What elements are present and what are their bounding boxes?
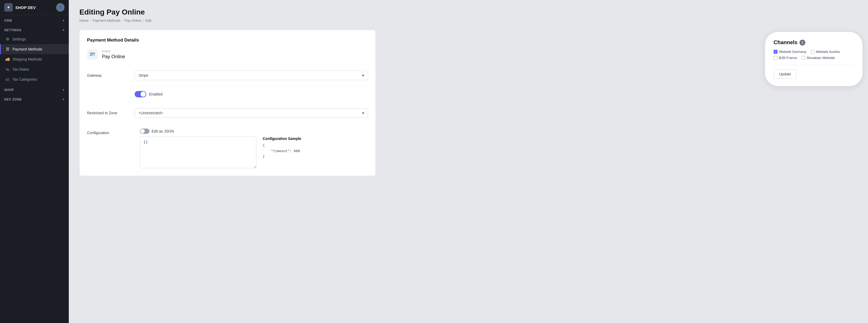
sidebar-section-crm: CRM + <box>0 15 69 25</box>
sidebar-item-shipping-methods[interactable]: 🚚 Shipping Methods <box>0 54 69 64</box>
shop-name: SHOP DEV <box>16 5 36 10</box>
settings-collapse-icon: × <box>62 28 65 32</box>
slovakian-website-label: Slovakian Website <box>807 56 835 60</box>
toggle-knob <box>141 92 146 97</box>
channels-options: ✓ Website Germany Webiste Austria B2B Fr… <box>774 50 854 60</box>
avatar[interactable]: 👤 <box>56 3 65 12</box>
breadcrumb-home[interactable]: Home <box>80 19 89 23</box>
gateway-content: Stripe ▾ <box>135 71 368 80</box>
sidebar: ✦ SHOP DEV 👤 CRM + SETTINGS × ⚙ Settings… <box>0 0 69 323</box>
config-panels: {} Configuration Sample { "timeout": 600… <box>140 136 368 168</box>
name-label: Name <box>102 50 368 53</box>
breadcrumb-pay-online[interactable]: Pay Online <box>125 19 142 23</box>
name-value: Pay Online <box>102 54 368 60</box>
website-germany-label: Website Germany <box>779 50 806 54</box>
check-icon: ✓ <box>775 50 777 53</box>
card-icon: 🪪 <box>87 49 98 60</box>
payment-method-card: Payment Method Details 🪪 Name Pay Online… <box>80 30 376 176</box>
config-textarea[interactable]: {} <box>140 136 256 168</box>
channel-option-website-austria[interactable]: Webiste Austria <box>811 50 840 54</box>
gateway-row: Gateway Stripe ▾ <box>87 71 368 86</box>
breadcrumb-payment-methods[interactable]: Payment Methods <box>93 19 120 23</box>
b2b-france-checkbox <box>774 56 777 60</box>
config-sample: Configuration Sample { "timeout": 600 } <box>263 136 368 168</box>
json-toggle[interactable] <box>140 129 150 134</box>
name-row: 🪪 Name Pay Online <box>87 49 368 65</box>
shop-expand-icon: + <box>62 88 65 92</box>
channels-divider <box>774 65 854 65</box>
sidebar-section-crm-header[interactable]: CRM + <box>0 15 69 25</box>
tax-rates-icon: % <box>5 67 10 72</box>
website-germany-checkbox: ✓ <box>774 50 777 54</box>
config-sample-title: Configuration Sample <box>263 136 368 141</box>
json-toggle-row: Edit as JSON <box>140 129 368 134</box>
restricted-content: <Unrestricted> ▾ <box>135 108 368 118</box>
payment-methods-icon: ☰ <box>5 47 10 52</box>
sidebar-logo: ✦ SHOP DEV <box>4 3 36 12</box>
breadcrumb-sep-1: / <box>90 19 91 23</box>
enabled-row: Enabled <box>87 91 368 103</box>
sidebar-header: ✦ SHOP DEV 👤 <box>0 0 69 15</box>
sidebar-section-dev-zone: DEV ZONE + <box>0 94 69 103</box>
channel-option-slovakian-website[interactable]: Slovakian Website <box>801 56 835 60</box>
config-content: Edit as JSON {} Configuration Sample { "… <box>140 129 368 168</box>
sidebar-section-settings-header[interactable]: SETTINGS × <box>0 25 69 34</box>
enabled-label: Enabled <box>149 92 162 96</box>
website-austria-label: Webiste Austria <box>816 50 840 54</box>
sidebar-item-tax-rates[interactable]: % Tax Rates <box>0 64 69 74</box>
channels-badge: 1 <box>800 40 805 45</box>
restricted-label: Restricted to Zone <box>87 111 135 115</box>
shipping-icon: 🚚 <box>5 57 10 62</box>
breadcrumb-edit: Edit <box>146 19 151 23</box>
config-row: Configuration Edit as JSON {} Configurat… <box>87 129 368 168</box>
dev-zone-expand-icon: + <box>62 98 65 101</box>
sidebar-item-payment-methods[interactable]: ☰ Payment Methods <box>0 44 69 54</box>
tax-categories-icon: 🏷 <box>5 77 10 82</box>
breadcrumb-sep-2: / <box>122 19 123 23</box>
sidebar-section-shop: SHOP + <box>0 85 69 94</box>
zone-chevron-icon: ▾ <box>362 111 364 115</box>
update-button[interactable]: Update <box>774 70 797 78</box>
sidebar-section-settings: SETTINGS × ⚙ Settings ☰ Payment Methods … <box>0 25 69 85</box>
channel-option-b2b-france[interactable]: B2B France <box>774 56 797 60</box>
config-label: Configuration <box>87 129 135 135</box>
website-austria-checkbox <box>811 50 814 54</box>
sidebar-section-dev-zone-header[interactable]: DEV ZONE + <box>0 94 69 103</box>
crm-expand-icon: + <box>62 19 65 23</box>
sidebar-item-settings[interactable]: ⚙ Settings <box>0 34 69 44</box>
channels-popup: Channels 1 ✓ Website Germany Webiste Aus… <box>765 32 863 86</box>
main-content: Editing Pay Online Home / Payment Method… <box>69 0 868 323</box>
breadcrumb: Home / Payment Methods / Pay Online / Ed… <box>80 19 376 23</box>
channel-option-website-germany[interactable]: ✓ Website Germany <box>774 50 806 54</box>
restricted-zone-row: Restricted to Zone <Unrestricted> ▾ <box>87 108 368 123</box>
json-toggle-label: Edit as JSON <box>152 129 174 133</box>
config-sample-code: { "timeout": 600 } <box>263 143 368 159</box>
settings-icon: ⚙ <box>5 37 10 41</box>
enabled-toggle[interactable] <box>135 91 146 97</box>
slovakian-website-checkbox <box>801 56 805 60</box>
logo-icon: ✦ <box>4 3 13 12</box>
gateway-select[interactable]: Stripe ▾ <box>135 71 368 80</box>
chevron-down-icon: ▾ <box>362 73 364 77</box>
breadcrumb-sep-3: / <box>143 19 144 23</box>
card-title: Payment Method Details <box>87 38 368 43</box>
gateway-label: Gateway <box>87 73 135 77</box>
page-title: Editing Pay Online <box>80 8 376 17</box>
json-toggle-knob <box>141 129 145 133</box>
sidebar-item-tax-categories[interactable]: 🏷 Tax Categories <box>0 74 69 85</box>
channels-title: Channels 1 <box>774 39 854 45</box>
name-content: Name Pay Online <box>102 50 368 60</box>
b2b-france-label: B2B France <box>779 56 797 60</box>
zone-select[interactable]: <Unrestricted> ▾ <box>135 108 368 118</box>
sidebar-section-shop-header[interactable]: SHOP + <box>0 85 69 94</box>
